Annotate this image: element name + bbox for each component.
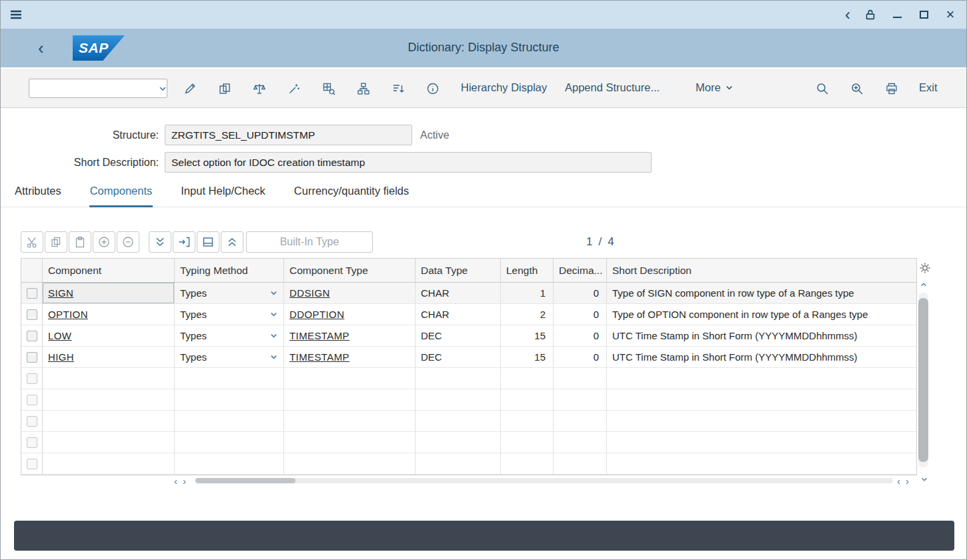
column-header-short-description[interactable]: Short Description (607, 259, 918, 282)
chevron-down-icon (269, 353, 278, 361)
tab-input-help-check[interactable]: Input Help/Check (180, 179, 266, 207)
status-bar (14, 521, 954, 551)
typing-method-dropdown[interactable]: Types (175, 325, 284, 346)
column-header-decimals[interactable]: Decima... (554, 259, 607, 282)
more-menu-button[interactable]: More (696, 81, 734, 94)
component-type-link[interactable]: DDSIGN (289, 287, 330, 299)
row-checkbox[interactable] (27, 373, 37, 384)
column-header-component-type[interactable]: Component Type (284, 259, 415, 282)
scroll-right-icon[interactable]: › (183, 475, 186, 487)
scroll-down-icon[interactable] (920, 475, 928, 483)
command-input[interactable] (29, 79, 158, 97)
copy-button[interactable] (45, 231, 67, 253)
horizontal-scroll-thumb[interactable] (195, 478, 295, 483)
short-description-field[interactable]: Select option for IDOC creation timestam… (165, 152, 652, 173)
typing-method-dropdown[interactable]: Types (175, 283, 284, 303)
tab-attributes[interactable]: Attributes (14, 179, 62, 207)
component-type-link[interactable]: DDOPTION (289, 309, 344, 320)
empty-table-row (21, 411, 916, 432)
select-all-column[interactable] (21, 259, 43, 282)
data-type-cell: CHAR (415, 283, 501, 303)
data-type-cell: DEC (415, 325, 501, 346)
h-scroll-right-arrows[interactable]: ‹› (897, 475, 909, 487)
scroll-left-icon[interactable]: ‹ (174, 475, 177, 487)
structure-field[interactable]: ZRGTITS_SEL_UPDTIMSTMP (165, 125, 412, 145)
column-header-component[interactable]: Component (43, 259, 175, 282)
status-active: Active (420, 129, 449, 141)
insert-row-icon-button[interactable] (173, 231, 195, 253)
row-checkbox[interactable] (27, 288, 37, 299)
back-chevron-icon[interactable]: ‹ (845, 8, 850, 21)
row-checkbox[interactable] (27, 331, 37, 341)
exit-button[interactable]: Exit (919, 81, 938, 94)
runtime-object-wand-icon[interactable] (285, 80, 303, 97)
search-plus-icon[interactable] (848, 80, 866, 97)
scroll-up-icon[interactable] (918, 279, 929, 290)
component-link[interactable]: HIGH (48, 351, 74, 363)
chevron-down-icon[interactable] (158, 84, 167, 93)
copy-transport-icon[interactable] (216, 80, 233, 97)
column-header-length[interactable]: Length (501, 259, 554, 282)
vertical-scroll-track[interactable] (918, 293, 928, 467)
minimize-button[interactable] (890, 8, 904, 21)
typing-method-dropdown[interactable]: Types (175, 347, 284, 367)
tab-currency-quantity-fields[interactable]: Currency/quantity fields (293, 179, 409, 207)
h-scroll-left-arrows[interactable]: ‹› (174, 475, 186, 487)
command-field[interactable] (29, 79, 167, 98)
append-row-icon-button[interactable] (197, 231, 219, 253)
row-checkbox[interactable] (27, 416, 37, 427)
edit-icon[interactable] (181, 80, 199, 97)
append-structure-button[interactable]: Append Structure... (565, 81, 660, 94)
lock-icon[interactable] (864, 8, 877, 21)
table-row: OPTION Types DDOPTION CHAR 2 0 Type of O… (21, 304, 916, 325)
hierarchy-icon[interactable] (355, 80, 372, 97)
table-settings-gear-icon[interactable] (919, 262, 931, 274)
row-checkbox[interactable] (27, 395, 37, 405)
builtin-type-button[interactable]: Built-In Type (246, 231, 373, 253)
sort-levels-icon[interactable] (389, 80, 407, 97)
close-button[interactable]: × (944, 8, 957, 21)
search-icon[interactable] (814, 80, 831, 97)
component-link[interactable]: LOW (48, 330, 71, 341)
hierarchy-display-button[interactable]: Hierarchy Display (461, 81, 547, 94)
scroll-right-icon[interactable]: › (906, 475, 909, 487)
table-row: LOW Types TIMESTAMP DEC 15 0 UTC Time St… (21, 325, 916, 347)
length-cell: 2 (501, 304, 554, 325)
page-up-icon-button[interactable] (221, 231, 243, 253)
compare-scales-icon[interactable] (251, 80, 268, 97)
cut-button[interactable] (21, 231, 43, 253)
column-header-typing-method[interactable]: Typing Method (175, 259, 284, 282)
typing-method-dropdown[interactable]: Types (175, 304, 284, 325)
component-type-link[interactable]: TIMESTAMP (289, 351, 349, 363)
row-checkbox[interactable] (27, 309, 37, 320)
print-icon[interactable] (883, 80, 900, 97)
menu-hamburger-icon[interactable] (9, 7, 23, 22)
horizontal-scroll-track[interactable] (195, 478, 893, 483)
data-type-cell: DEC (415, 347, 501, 367)
decimals-cell: 0 (554, 325, 607, 346)
short-description-cell: UTC Time Stamp in Short Form (YYYYMMDDhh… (607, 347, 918, 367)
chevron-down-icon (725, 83, 734, 92)
column-header-data-type[interactable]: Data Type (415, 259, 501, 282)
row-checkbox[interactable] (27, 459, 37, 469)
maximize-button[interactable] (917, 8, 930, 21)
scroll-left-icon[interactable]: ‹ (897, 475, 900, 487)
info-icon[interactable] (424, 80, 441, 97)
chevron-down-icon (269, 310, 278, 319)
row-checkbox[interactable] (27, 437, 37, 448)
page-down-icon-button[interactable] (149, 231, 171, 253)
data-type-cell: CHAR (415, 304, 501, 325)
row-checkbox[interactable] (27, 352, 37, 363)
check-structure-icon[interactable] (320, 80, 337, 97)
chevron-down-icon (269, 289, 278, 297)
component-link[interactable]: OPTION (48, 309, 88, 320)
paste-button[interactable] (69, 231, 91, 253)
add-row-button[interactable] (93, 231, 115, 253)
vertical-scroll-thumb[interactable] (918, 298, 928, 462)
length-cell: 1 (501, 283, 554, 303)
tab-components[interactable]: Components (89, 179, 153, 207)
more-label: More (696, 81, 721, 94)
remove-row-button[interactable] (117, 231, 139, 253)
component-link[interactable]: SIGN (48, 287, 73, 299)
component-type-link[interactable]: TIMESTAMP (289, 330, 349, 341)
